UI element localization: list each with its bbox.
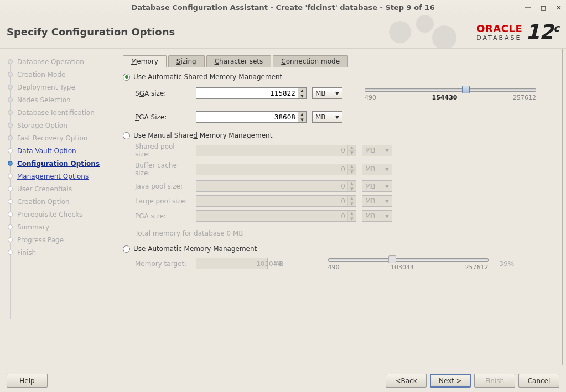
sidebar-item-3: Nodes Selection — [8, 93, 113, 106]
manual-input-3: ▲▼ — [196, 195, 356, 207]
help-button[interactable]: Help — [7, 374, 48, 388]
sidebar-item-0: Database Operation — [8, 55, 113, 68]
sidebar-item-10: User Credentials — [8, 182, 113, 195]
memory-target-label: Memory target: — [135, 260, 190, 268]
manual-label-2: Java pool size: — [135, 182, 190, 190]
back-button[interactable]: < Back — [386, 374, 427, 388]
radio-icon — [123, 245, 130, 253]
sga-label: SGA size: — [135, 90, 190, 97]
manual-label-4: PGA size: — [135, 212, 190, 220]
tab-sizing[interactable]: Sizing — [168, 55, 205, 67]
manual-unit-3: MB▼ — [362, 195, 392, 207]
svg-point-0 — [389, 21, 411, 43]
radio-icon — [123, 132, 130, 139]
manual-unit-4: MB▼ — [362, 210, 392, 222]
spin-up-icon[interactable]: ▲ — [298, 112, 306, 117]
close-icon[interactable]: ✕ — [555, 4, 563, 12]
spin-down-icon[interactable]: ▼ — [298, 93, 306, 98]
sidebar-item-13: Summary — [8, 221, 113, 233]
header: Specify Configuration Options ORACLE DAT… — [0, 15, 566, 49]
sga-unit[interactable]: MB▼ — [312, 87, 342, 99]
chevron-down-icon: ▼ — [335, 91, 339, 96]
sga-input[interactable]: ▲▼ — [196, 87, 307, 99]
manual-label-3: Large pool size: — [135, 197, 190, 205]
sidebar-item-12: Prerequisite Checks — [8, 208, 113, 221]
maximize-icon[interactable]: ◻ — [539, 4, 547, 12]
total-memory-label: Total memory for database 0 MB — [135, 225, 554, 242]
spin-up-icon[interactable]: ▲ — [298, 88, 306, 93]
memory-target-input — [196, 258, 268, 269]
sidebar-item-9[interactable]: Management Options — [8, 170, 113, 182]
sidebar-item-1: Creation Mode — [8, 68, 113, 81]
memory-slider[interactable]: 490154430257612 — [365, 86, 536, 101]
sidebar-item-2: Deployment Type — [8, 81, 113, 93]
radio-icon — [123, 74, 130, 81]
manual-unit-2: MB▼ — [362, 180, 392, 192]
sidebar-item-11: Creation Option — [8, 195, 113, 208]
sidebar-item-5: Storage Option — [8, 119, 113, 132]
tabs: MemorySizingCharacter setsConnection mod… — [123, 55, 554, 67]
cancel-button[interactable]: Cancel — [518, 374, 559, 388]
pga-unit[interactable]: MB▼ — [312, 111, 342, 123]
tab-character-sets[interactable]: Character sets — [206, 55, 272, 67]
manual-unit-0: MB▼ — [362, 145, 392, 156]
svg-point-1 — [416, 15, 434, 33]
sidebar-item-7[interactable]: Data Vault Option — [8, 144, 113, 157]
manual-label-0: Shared pool size: — [135, 143, 190, 158]
radio-manual-shared[interactable]: Use Manual Shared Memory Management — [123, 132, 554, 139]
titlebar: Database Configuration Assistant - Creat… — [0, 0, 566, 15]
sidebar: Database OperationCreation ModeDeploymen… — [0, 49, 113, 369]
target-slider: 490103044257612 — [328, 256, 489, 271]
pga-input[interactable]: ▲▼ — [196, 111, 307, 123]
content-panel: MemorySizingCharacter setsConnection mod… — [115, 49, 563, 365]
finish-button: Finish — [474, 374, 515, 388]
chevron-down-icon: ▼ — [335, 114, 339, 120]
minimize-icon[interactable]: — — [524, 4, 532, 12]
svg-point-2 — [432, 25, 456, 48]
brand-logo: ORACLE DATABASE 12c — [476, 20, 559, 43]
manual-unit-1: MB▼ — [362, 164, 392, 175]
footer: Help < Back Next > Finish Cancel — [0, 369, 566, 392]
radio-auto-shared[interactable]: Use Automatic Shared Memory Management — [123, 73, 554, 81]
manual-label-1: Buffer cache size: — [135, 161, 190, 177]
page-title: Specify Configuration Options — [7, 26, 175, 38]
manual-input-2: ▲▼ — [196, 180, 356, 192]
sidebar-item-4: Database Identification — [8, 106, 113, 119]
sidebar-item-14: Progress Page — [8, 233, 113, 246]
next-button[interactable]: Next > — [430, 374, 471, 388]
pga-label: PGA Size: — [135, 113, 190, 121]
radio-auto-memory[interactable]: Use Automatic Memory Management — [123, 245, 554, 253]
sidebar-item-8[interactable]: Configuration Options — [8, 157, 113, 170]
tab-connection-mode[interactable]: Connection mode — [273, 55, 348, 67]
tab-memory[interactable]: Memory — [123, 55, 167, 67]
window-title: Database Configuration Assistant - Creat… — [132, 3, 435, 12]
spin-down-icon[interactable]: ▼ — [298, 117, 306, 122]
sidebar-item-6: Fast Recovery Option — [8, 132, 113, 144]
manual-input-4: ▲▼ — [196, 210, 356, 222]
manual-input-1: ▲▼ — [196, 164, 356, 175]
manual-input-0: ▲▼ — [196, 145, 356, 156]
gears-decoration — [383, 15, 466, 48]
sidebar-item-15: Finish — [8, 246, 113, 259]
